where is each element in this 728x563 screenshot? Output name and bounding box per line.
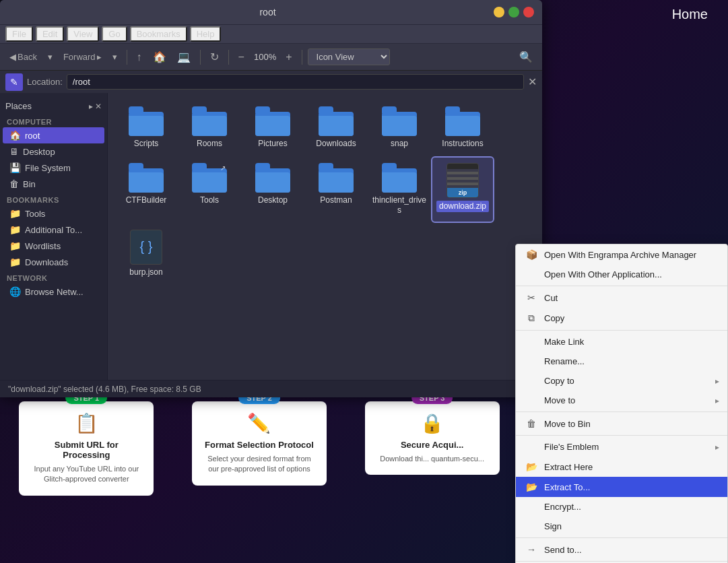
context-menu: 📦 Open With Engrampa Archive Manager Ope… <box>515 244 728 563</box>
ctx-sep-2 <box>516 330 727 331</box>
sidebar-item-wordlists[interactable]: 📁 Wordlists <box>3 238 104 254</box>
ctx-move-to-bin[interactable]: 🗑 Move to Bin <box>516 413 727 434</box>
sidebar-toggle[interactable]: ▸ ✕ <box>89 102 102 111</box>
file-item-download-zip[interactable]: zip download.zip <box>432 158 493 222</box>
zip-label: zip <box>447 188 478 197</box>
step-icon-3: 🔒 <box>376 412 489 434</box>
bin-icon: 🗑 <box>9 178 19 189</box>
up-button[interactable]: ↑ <box>133 48 146 66</box>
sidebar-title: Places <box>5 101 32 111</box>
menu-help[interactable]: Help <box>190 26 222 42</box>
file-item-snap[interactable]: snap <box>369 101 430 155</box>
ctx-send-to[interactable]: → Send to... <box>516 539 727 560</box>
file-name-ctfbuilder: CTFBuilder <box>126 195 167 206</box>
home-label: Home <box>672 7 708 22</box>
file-item-instructions[interactable]: Instructions <box>432 101 493 155</box>
ctx-cut[interactable]: ✂ Cut <box>516 288 727 308</box>
file-item-burp-json[interactable]: { } burp.json <box>116 224 176 284</box>
sidebar-item-bin[interactable]: 🗑 Bin <box>3 176 104 192</box>
move-to-bin-icon: 🗑 <box>525 418 537 429</box>
file-name-instructions: Instructions <box>442 139 483 150</box>
sidebar-item-root[interactable]: 🏠 root <box>3 127 104 143</box>
menu-edit[interactable]: Edit <box>36 26 64 42</box>
file-item-downloads[interactable]: Downloads <box>306 101 366 155</box>
menu-go[interactable]: Go <box>102 26 127 42</box>
ctx-open-engrampa[interactable]: 📦 Open With Engrampa Archive Manager <box>516 244 727 265</box>
back-button[interactable]: ◀ Back <box>5 49 41 65</box>
sidebar-item-desktop[interactable]: 🖥 Desktop <box>3 143 104 160</box>
ctx-sign[interactable]: Sign <box>516 517 727 536</box>
ctx-move-to-bin-label: Move to Bin <box>544 419 591 429</box>
file-item-desktop-folder[interactable]: Desktop <box>242 158 303 222</box>
search-button[interactable]: 🔍 <box>515 48 537 66</box>
ctx-open-other[interactable]: Open With Other Application... <box>516 265 727 284</box>
toolbar: ◀ Back ▾ Forward ▸ ▾ ↑ 🏠 💻 ↻ − 100% + Ic… <box>0 43 542 70</box>
computer-button[interactable]: 💻 <box>173 48 195 66</box>
forward-button[interactable]: Forward ▸ <box>59 49 106 65</box>
location-input[interactable] <box>67 74 524 90</box>
sidebar-item-tools[interactable]: 📁 Tools <box>3 205 104 222</box>
ctx-move-to[interactable]: Move to ▸ <box>516 391 727 410</box>
file-item-scripts[interactable]: Scripts <box>116 101 176 155</box>
view-selector[interactable]: Icon View List View Compact View <box>308 48 390 65</box>
step-card-2: STEP 2 ✏️ Format Selection Protocol Sele… <box>192 401 327 486</box>
location-clear-button[interactable]: ✕ <box>528 75 537 88</box>
menu-bookmarks[interactable]: Bookmarks <box>130 26 187 42</box>
ctx-sep-1 <box>516 286 727 286</box>
back-label: Back <box>18 52 37 62</box>
file-item-tools[interactable]: ↗ Tools <box>179 158 240 222</box>
menu-view[interactable]: View <box>67 26 99 42</box>
folder-icon-snap <box>382 106 417 136</box>
ctx-copy-to[interactable]: Copy to ▸ <box>516 371 727 391</box>
folder-icon-scripts <box>129 106 164 136</box>
minimize-button[interactable] <box>494 7 504 18</box>
sidebar-item-desktop-label: Desktop <box>23 147 55 157</box>
location-edit-button[interactable]: ✎ <box>5 73 23 91</box>
file-item-thinclient[interactable]: thinclient_drives <box>369 158 430 222</box>
file-manager-window: root File Edit View Go Bookmarks Help ◀ … <box>0 0 542 397</box>
ctx-copy-to-label: Copy to <box>544 376 574 386</box>
sidebar-item-additional[interactable]: 📁 Additional To... <box>3 222 104 238</box>
tools-sidebar-icon: 📁 <box>9 208 21 219</box>
home-button[interactable]: 🏠 <box>149 48 170 66</box>
file-item-postman[interactable]: Postman <box>306 158 366 222</box>
zoom-in-button[interactable]: + <box>282 48 296 66</box>
sidebar-item-filesystem[interactable]: 💾 File System <box>3 160 104 176</box>
files-emblem-arrow-icon: ▸ <box>715 442 719 452</box>
file-item-pictures[interactable]: Pictures <box>242 101 303 155</box>
close-button[interactable] <box>523 7 534 18</box>
file-item-rooms[interactable]: Rooms <box>179 101 240 155</box>
ctx-rename[interactable]: Rename... <box>516 352 727 371</box>
menu-file[interactable]: File <box>5 26 33 42</box>
ctx-extract-to[interactable]: 📂 Extract To... <box>516 477 727 497</box>
cut-icon: ✂ <box>525 292 537 303</box>
file-item-ctfbuilder[interactable]: CTFBuilder <box>116 158 176 222</box>
ctx-extract-to-label: Extract To... <box>544 482 590 492</box>
ctx-extract-here[interactable]: 📂 Extract Here <box>516 457 727 477</box>
zip-stripes <box>447 169 478 188</box>
sidebar-item-additional-label: Additional To... <box>25 225 82 235</box>
reload-button[interactable]: ↻ <box>206 48 223 66</box>
ctx-encrypt[interactable]: Encrypt... <box>516 497 727 517</box>
ctx-files-emblem[interactable]: File's Emblem ▸ <box>516 437 727 457</box>
file-name-snap: snap <box>391 139 408 150</box>
file-name-pictures: Pictures <box>258 139 287 150</box>
file-name-rooms: Rooms <box>197 139 222 150</box>
forward-dropdown[interactable]: ▾ <box>108 49 121 65</box>
maximize-button[interactable] <box>508 7 519 18</box>
zoom-out-button[interactable]: − <box>234 48 249 66</box>
sidebar-item-browse-network[interactable]: 🌐 Browse Netw... <box>3 284 104 300</box>
folder-icon-thinclient <box>382 163 417 193</box>
back-arrow-icon: ◀ <box>9 52 16 62</box>
step-card-3: STEP 3 🔒 Secure Acqui... Download thi...… <box>365 401 500 475</box>
sidebar-item-bin-label: Bin <box>23 179 36 189</box>
shortcut-arrow-icon: ↗ <box>220 164 226 172</box>
sidebar-item-downloads[interactable]: 📁 Downloads <box>3 254 104 270</box>
ctx-copy[interactable]: ⧉ Copy <box>516 308 727 329</box>
ctx-make-link[interactable]: Make Link <box>516 332 727 352</box>
step-icon-1: 📋 <box>30 412 143 434</box>
toolbar-separator-2 <box>200 50 201 65</box>
sidebar-item-filesystem-label: File System <box>25 163 71 173</box>
back-dropdown[interactable]: ▾ <box>44 49 57 65</box>
folder-icon-instructions <box>445 106 480 136</box>
